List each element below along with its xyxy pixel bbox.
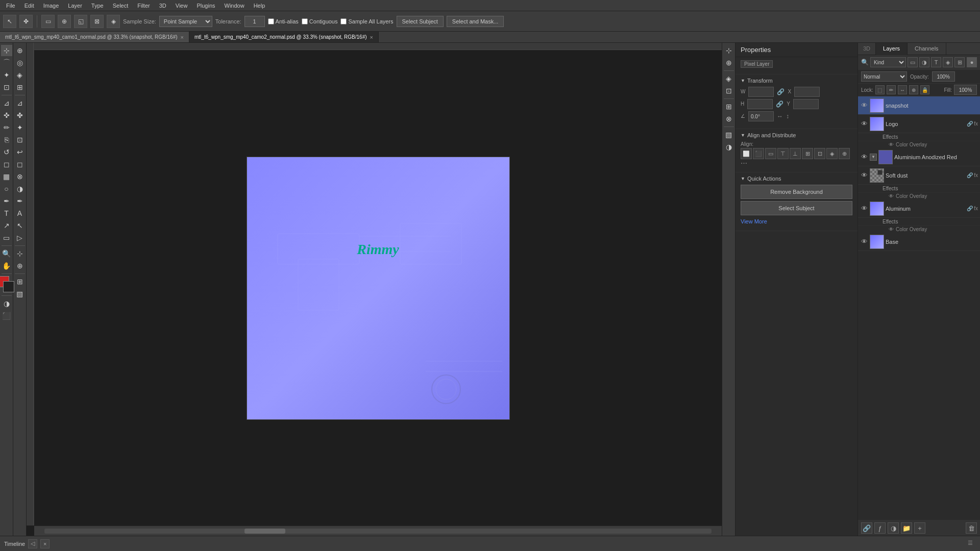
transform-x-input[interactable] xyxy=(794,87,820,97)
layer-pixel-filter[interactable]: ▭ xyxy=(908,57,918,67)
tool2-13[interactable]: ✒ xyxy=(14,195,26,207)
fill-input[interactable] xyxy=(954,85,977,95)
tool2-7[interactable]: ✦ xyxy=(14,122,26,133)
pen-tool[interactable]: ✒ xyxy=(1,195,12,207)
sample-all-check[interactable]: Sample All Layers xyxy=(340,18,393,24)
menu-file[interactable]: File xyxy=(2,2,19,10)
menu-plugins[interactable]: Plugins xyxy=(192,2,219,10)
delete-layer-btn[interactable]: 🗑 xyxy=(966,522,977,534)
lasso-tool[interactable]: ⌒ xyxy=(1,57,12,68)
tool2-10[interactable]: ◻ xyxy=(14,159,26,170)
layer-type-filter[interactable]: T xyxy=(931,57,941,67)
new-group-btn[interactable]: 📁 xyxy=(901,522,912,534)
tab-3d[interactable]: 3D xyxy=(858,43,876,55)
layer-filter-toggle[interactable]: ● xyxy=(967,57,977,67)
eraser-tool[interactable]: ◻ xyxy=(1,159,12,170)
tab-channels[interactable]: Channels xyxy=(908,43,946,55)
close-tab-1-icon[interactable]: × xyxy=(181,34,184,40)
tool2-9[interactable]: ↩ xyxy=(14,146,26,158)
lock-paint-btn[interactable]: ✏ xyxy=(887,85,896,94)
path-select-tool[interactable]: ↗ xyxy=(1,220,12,231)
tool2-12[interactable]: ◑ xyxy=(14,183,26,194)
layer-vis-snapshot[interactable]: 👁 xyxy=(860,102,868,110)
align-center-h-btn[interactable]: ⬛ xyxy=(753,148,764,159)
flip-h-icon[interactable]: ↔ xyxy=(777,113,783,120)
layer-vis-al-red[interactable]: 👁 xyxy=(860,153,868,161)
layer-base[interactable]: 👁 Base xyxy=(858,233,980,251)
layer-vis-aluminum[interactable]: 👁 xyxy=(860,205,868,213)
layer-vis-logo[interactable]: 👁 xyxy=(860,120,868,128)
zoom-tool[interactable]: 🔍 xyxy=(1,248,12,259)
hand-tool[interactable]: ✋ xyxy=(1,260,12,271)
tool2-4[interactable]: ⊞ xyxy=(14,82,26,93)
lock-artboard-btn[interactable]: ↔ xyxy=(898,85,907,94)
right-tool-2[interactable]: ⊕ xyxy=(723,57,734,68)
distribute-center-btn[interactable]: ◈ xyxy=(826,148,838,159)
transform-h-input[interactable] xyxy=(747,99,773,109)
history-tool[interactable]: ↺ xyxy=(1,146,12,158)
blend-mode-select[interactable]: Normal Multiply Screen xyxy=(861,71,907,82)
menu-filter[interactable]: Filter xyxy=(133,2,154,10)
canvas-container[interactable]: MP40 11w50 Rimmy xyxy=(34,51,722,525)
remove-background-btn[interactable]: Remove Background xyxy=(741,185,852,199)
align-left-btn[interactable]: ⬜ xyxy=(741,148,752,159)
eyedropper-tool[interactable]: ⊿ xyxy=(1,97,12,109)
menu-help[interactable]: Help xyxy=(250,2,270,10)
right-tool-1[interactable]: ⊹ xyxy=(723,45,734,56)
align-center-v-btn[interactable]: ⊥ xyxy=(790,148,801,159)
doc-tab-1[interactable]: mtl_t6_wpn_smg_mp40_camo1_normal.psd @ 3… xyxy=(0,32,189,42)
right-tool-8[interactable]: ◑ xyxy=(723,141,734,153)
link-icon[interactable]: 🔗 xyxy=(777,88,785,95)
tool2-5[interactable]: ⊿ xyxy=(14,97,26,109)
tool2-19[interactable]: ⊞ xyxy=(14,276,26,287)
menu-layer[interactable]: Layer xyxy=(64,2,86,10)
layer-soft-dust[interactable]: 👁 Soft dust 🔗 fx xyxy=(858,166,980,185)
shape-tool[interactable]: ▭ xyxy=(1,232,12,243)
screen-mode-icon[interactable]: ⬛ xyxy=(1,310,12,321)
rect-select-icon[interactable]: ▭ xyxy=(41,15,55,28)
right-tool-4[interactable]: ⊡ xyxy=(723,85,734,96)
tool2-15[interactable]: ↖ xyxy=(14,220,26,231)
canvas-image[interactable]: MP40 11w50 Rimmy xyxy=(247,157,510,420)
lock-all-btn[interactable]: 🔒 xyxy=(920,85,929,94)
menu-window[interactable]: Window xyxy=(220,2,249,10)
clone-tool[interactable]: ⎘ xyxy=(1,134,12,145)
tool2-8[interactable]: ⊡ xyxy=(14,134,26,145)
layer-soft-dust-color-overlay[interactable]: 👁 Color Overlay xyxy=(858,193,980,199)
anti-alias-check[interactable]: Anti-alias xyxy=(268,18,299,24)
brush-tool[interactable]: ✏ xyxy=(1,122,12,133)
distribute-right-btn[interactable]: ⊕ xyxy=(839,148,850,159)
flip-v-icon[interactable]: ↕ xyxy=(786,113,789,120)
gradient-tool[interactable]: ▦ xyxy=(1,171,12,182)
layer-aluminium-red[interactable]: 👁 ▼ Aluminium Anodized Red xyxy=(858,148,980,166)
sample-size-select[interactable]: Point Sample 3 by 3 Average 5 by 5 Avera… xyxy=(159,16,212,27)
lock-transparent-btn[interactable]: ⬚ xyxy=(875,85,885,94)
align-top-btn[interactable]: ⊤ xyxy=(777,148,789,159)
tool2-1[interactable]: ⊕ xyxy=(14,45,26,56)
timeline-close-btn[interactable]: × xyxy=(40,539,50,548)
move-tool[interactable]: ↖ xyxy=(3,15,16,28)
right-tool-6[interactable]: ⊗ xyxy=(723,113,734,124)
right-tool-3[interactable]: ◈ xyxy=(723,73,734,84)
link2-icon[interactable]: 🔗 xyxy=(776,101,783,108)
menu-select[interactable]: Select xyxy=(109,2,133,10)
group-expand-icon[interactable]: ▼ xyxy=(870,154,877,161)
contiguous-check[interactable]: Contiguous xyxy=(302,18,338,24)
type-tool[interactable]: T xyxy=(1,208,12,219)
move-icon[interactable]: ⊕ xyxy=(58,15,71,28)
quick-actions-title[interactable]: ▼ Quick Actions xyxy=(741,176,852,182)
layer-aluminum-color-overlay[interactable]: 👁 Color Overlay xyxy=(858,226,980,233)
transform-icon[interactable]: ◱ xyxy=(74,15,87,28)
lock-position-btn[interactable]: ⊕ xyxy=(909,85,918,94)
horizontal-scrollbar[interactable] xyxy=(34,525,722,536)
tab-layers[interactable]: Layers xyxy=(876,43,908,55)
layer-logo-color-overlay[interactable]: 👁 Color Overlay xyxy=(858,141,980,148)
menu-edit[interactable]: Edit xyxy=(20,2,38,10)
transform-section-title[interactable]: ▼ Transform xyxy=(741,78,852,84)
transform-angle-input[interactable] xyxy=(748,111,774,121)
new-layer-btn[interactable]: + xyxy=(914,522,925,534)
layer-kind-select[interactable]: Kind Name Effect xyxy=(870,57,906,67)
align-bottom-btn[interactable]: ⊞ xyxy=(802,148,813,159)
menu-image[interactable]: Image xyxy=(39,2,63,10)
tool2-18[interactable]: ⊕ xyxy=(14,260,26,271)
